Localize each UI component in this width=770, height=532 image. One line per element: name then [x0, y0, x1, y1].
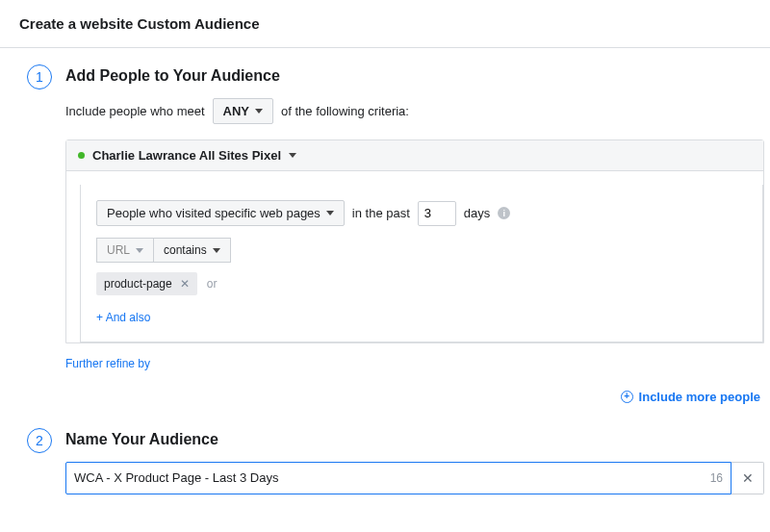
url-value-tag: product-page ✕ [96, 272, 197, 295]
step-number-2: 2 [27, 428, 52, 453]
chevron-down-icon [289, 153, 296, 158]
criteria-inner: People who visited specific web pages in… [80, 185, 763, 342]
in-the-past-text: in the past [352, 206, 410, 220]
further-refine-link[interactable]: Further refine by [65, 357, 150, 370]
include-suffix-text: of the following criteria: [281, 104, 409, 118]
url-value-row: product-page ✕ or [96, 272, 747, 295]
clear-name-button[interactable]: ✕ [732, 462, 764, 494]
info-icon[interactable]: i [498, 207, 510, 219]
pixel-selector[interactable]: Charlie Lawrance All Sites Pixel [66, 140, 763, 171]
or-text: or [207, 277, 218, 291]
chevron-down-icon [326, 211, 334, 215]
dialog-body: 1 Add People to Your Audience Include pe… [0, 48, 770, 514]
days-input[interactable] [418, 201, 456, 226]
include-criteria-row: Include people who meet ANY of the follo… [65, 98, 764, 124]
step-number-1: 1 [27, 64, 52, 89]
step-1-title: Add People to Your Audience [65, 67, 764, 85]
audience-name-input[interactable] [74, 463, 703, 494]
url-field-selector[interactable]: URL [96, 238, 154, 263]
days-label: days [464, 206, 490, 220]
url-value-text: product-page [104, 277, 172, 291]
chevron-down-icon [255, 109, 263, 114]
audience-name-field[interactable]: 16 [65, 462, 732, 494]
visitor-type-label: People who visited specific web pages [107, 206, 321, 220]
audience-name-row: 16 ✕ [65, 462, 764, 494]
remove-tag-icon[interactable]: ✕ [180, 278, 190, 290]
close-icon: ✕ [742, 470, 754, 486]
url-condition-row: URL contains [96, 238, 747, 263]
chevron-down-icon [213, 248, 220, 253]
include-prefix-text: Include people who meet [65, 104, 205, 118]
and-also-link[interactable]: + And also [96, 311, 150, 324]
pixel-section: Charlie Lawrance All Sites Pixel People … [65, 139, 764, 343]
criteria-mode-selector[interactable]: ANY [213, 98, 273, 124]
status-dot-icon [78, 152, 85, 159]
include-more-label: Include more people [639, 390, 760, 404]
visitor-type-selector[interactable]: People who visited specific web pages [96, 200, 345, 226]
char-count: 16 [703, 471, 723, 485]
step-2-title: Name Your Audience [65, 431, 764, 448]
url-operator-selector[interactable]: contains [154, 238, 231, 263]
plus-circle-icon: + [621, 391, 633, 403]
criteria-mode-label: ANY [223, 104, 249, 118]
url-operator-label: contains [164, 243, 207, 257]
pixel-name: Charlie Lawrance All Sites Pixel [92, 148, 281, 163]
step-2: 2 Name Your Audience 16 ✕ [27, 431, 764, 494]
chevron-down-icon [136, 248, 143, 253]
url-field-label: URL [107, 243, 130, 257]
dialog-title: Create a website Custom Audience [0, 0, 770, 48]
step-1: 1 Add People to Your Audience Include pe… [27, 67, 764, 404]
include-more-people-link[interactable]: + Include more people [621, 390, 760, 404]
